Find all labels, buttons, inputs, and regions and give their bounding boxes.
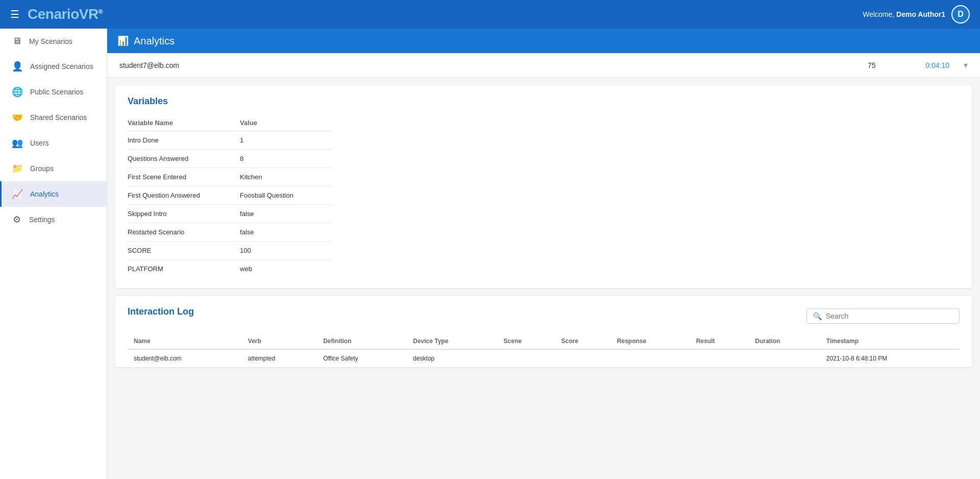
welcome-label: Welcome, [863, 10, 894, 18]
sidebar-label: Shared Scenarios [30, 113, 87, 122]
interaction-table: NameVerbDefinitionDevice TypeSceneScoreR… [128, 333, 960, 367]
sidebar-label: Users [30, 139, 49, 147]
interaction-col-header: Result [690, 333, 749, 349]
table-row: Questions Answered 8 [128, 150, 332, 168]
list-item: student@elb.com [128, 349, 242, 367]
interaction-col-header: Definition [317, 333, 407, 349]
var-value: web [240, 260, 332, 278]
interaction-col-header: Response [611, 333, 690, 349]
public-scenarios-icon: 🌐 [12, 86, 23, 98]
sidebar-label: My Scenarios [29, 37, 72, 45]
sidebar-item-settings[interactable]: ⚙ Settings [0, 207, 107, 232]
sidebar-label: Assigned Scenarios [30, 62, 93, 70]
list-item: attempted [242, 349, 317, 367]
shared-scenarios-icon: 🤝 [12, 112, 23, 123]
list-item [690, 349, 749, 367]
var-value: 8 [240, 150, 332, 168]
interaction-col-header: Device Type [407, 333, 497, 349]
table-row: Intro Done 1 [128, 131, 332, 150]
table-row: Restarted Scenario false [128, 223, 332, 242]
interaction-col-header: Duration [749, 333, 820, 349]
var-name: Questions Answered [128, 150, 240, 168]
table-row: SCORE 100 [128, 242, 332, 260]
table-row: First Question Answered Foosball Questio… [128, 186, 332, 205]
var-name: SCORE [128, 242, 240, 260]
interaction-header: Interaction Log 🔍 [128, 306, 960, 325]
search-icon: 🔍 [813, 312, 822, 320]
users-icon: 👥 [12, 137, 23, 149]
chevron-down-icon: ▾ [964, 60, 968, 70]
table-row: Skipped Intro false [128, 205, 332, 223]
variables-section: Variables Variable Name Value Intro Done… [115, 86, 972, 288]
table-row: PLATFORM web [128, 260, 332, 278]
search-box[interactable]: 🔍 [806, 308, 960, 324]
var-value: 1 [240, 131, 332, 150]
table-row: First Scene Entered Kitchen [128, 168, 332, 186]
list-item: 2021-10-8 6:48:10 PM [820, 349, 960, 367]
interaction-log-section: Interaction Log 🔍 NameVerbDefinitionDevi… [115, 296, 972, 367]
sidebar-label: Settings [29, 215, 55, 224]
list-item [555, 349, 611, 367]
sidebar-item-groups[interactable]: 📁 Groups [0, 156, 107, 181]
var-name: PLATFORM [128, 260, 240, 278]
groups-icon: 📁 [12, 163, 23, 174]
var-name: First Scene Entered [128, 168, 240, 186]
list-item: Office Safety [317, 349, 407, 367]
sidebar-item-analytics[interactable]: 📈 Analytics [0, 181, 107, 207]
var-name-header: Variable Name [128, 115, 240, 131]
sidebar-label: Public Scenarios [30, 88, 83, 96]
var-value-header: Value [240, 115, 332, 131]
logo-text: CenarioVR [28, 6, 99, 22]
variables-title: Variables [128, 96, 960, 107]
analytics-icon: 📈 [12, 188, 23, 200]
list-item [498, 349, 555, 367]
var-name: Restarted Scenario [128, 223, 240, 242]
assigned-scenarios-icon: 👤 [12, 61, 23, 72]
interaction-col-header: Timestamp [820, 333, 960, 349]
student-row[interactable]: student7@elb.com 75 0:04:10 ▾ [107, 53, 980, 78]
header-right: Welcome, Demo Author1 D [863, 5, 970, 23]
var-name: Intro Done [128, 131, 240, 150]
variables-table: Variable Name Value Intro Done 1Question… [128, 115, 332, 278]
sidebar-item-my-scenarios[interactable]: 🖥 My Scenarios [0, 29, 107, 54]
main-content: student7@elb.com 75 0:04:10 ▾ Variables … [107, 53, 980, 479]
settings-icon: ⚙ [12, 214, 22, 225]
sidebar-label: Analytics [30, 190, 59, 198]
var-value: false [240, 205, 332, 223]
var-value: 100 [240, 242, 332, 260]
user-name: Demo Author1 [896, 10, 945, 18]
analytics-icon: 📊 [117, 35, 129, 46]
my-scenarios-icon: 🖥 [12, 36, 22, 46]
interaction-col-header: Name [128, 333, 242, 349]
var-value: Kitchen [240, 168, 332, 186]
list-item [611, 349, 690, 367]
sidebar: 🖥 My Scenarios👤 Assigned Scenarios🌐 Publ… [0, 29, 107, 479]
avatar[interactable]: D [951, 5, 970, 23]
student-email: student7@elb.com [119, 61, 857, 69]
var-value: Foosball Question [240, 186, 332, 205]
table-row: student@elb.comattemptedOffice Safetydes… [128, 349, 960, 367]
interaction-log-title: Interaction Log [128, 306, 194, 317]
student-time: 0:04:10 [909, 61, 949, 69]
search-input[interactable] [826, 312, 953, 320]
interaction-col-header: Score [555, 333, 611, 349]
sidebar-item-assigned-scenarios[interactable]: 👤 Assigned Scenarios [0, 54, 107, 79]
trademark: ® [99, 8, 103, 15]
list-item: desktop [407, 349, 497, 367]
logo: CenarioVR® [28, 6, 103, 22]
student-score: 75 [868, 61, 898, 69]
var-name: First Question Answered [128, 186, 240, 205]
interaction-col-header: Verb [242, 333, 317, 349]
var-name: Skipped Intro [128, 205, 240, 223]
welcome-text: Welcome, Demo Author1 [863, 10, 945, 18]
sidebar-label: Groups [30, 164, 54, 173]
sidebar-item-users[interactable]: 👥 Users [0, 130, 107, 156]
sub-header: 📊 Analytics [107, 29, 980, 53]
sidebar-item-shared-scenarios[interactable]: 🤝 Shared Scenarios [0, 105, 107, 130]
page-title: Analytics [134, 35, 175, 47]
interaction-col-header: Scene [498, 333, 555, 349]
var-value: false [240, 223, 332, 242]
sidebar-item-public-scenarios[interactable]: 🌐 Public Scenarios [0, 79, 107, 105]
hamburger-icon[interactable]: ☰ [10, 8, 19, 20]
top-header: ☰ CenarioVR® Welcome, Demo Author1 D [0, 0, 980, 29]
